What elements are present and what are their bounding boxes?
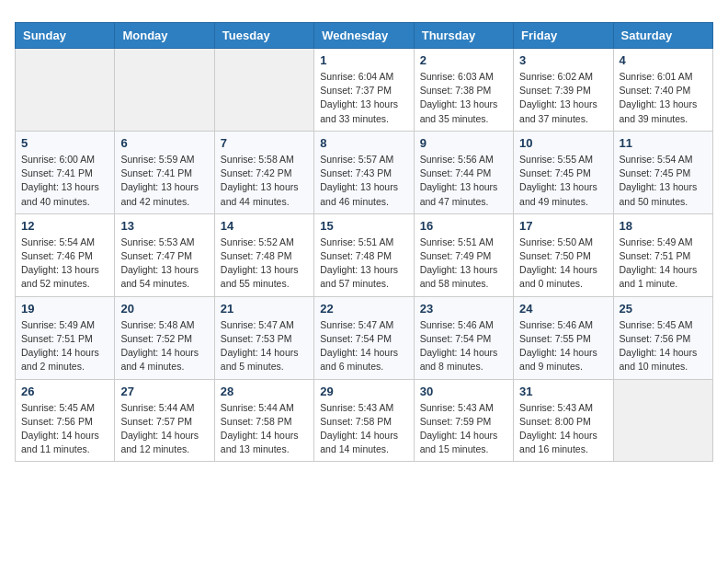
day-number: 13 xyxy=(120,219,208,233)
calendar-cell: 31Sunrise: 5:43 AM Sunset: 8:00 PM Dayli… xyxy=(514,379,613,462)
calendar-cell: 29Sunrise: 5:43 AM Sunset: 7:58 PM Dayli… xyxy=(314,379,414,462)
day-info: Sunrise: 5:57 AM Sunset: 7:43 PM Dayligh… xyxy=(320,153,407,209)
day-number: 11 xyxy=(620,136,707,150)
day-info: Sunrise: 5:45 AM Sunset: 7:56 PM Dayligh… xyxy=(21,401,108,457)
calendar-cell: 26Sunrise: 5:45 AM Sunset: 7:56 PM Dayli… xyxy=(16,379,115,462)
day-number: 9 xyxy=(420,136,507,150)
day-info: Sunrise: 5:44 AM Sunset: 7:57 PM Dayligh… xyxy=(120,401,208,457)
calendar-cell: 6Sunrise: 5:59 AM Sunset: 7:41 PM Daylig… xyxy=(115,131,214,213)
calendar-cell: 28Sunrise: 5:44 AM Sunset: 7:58 PM Dayli… xyxy=(214,379,313,462)
calendar-header-row: SundayMondayTuesdayWednesdayThursdayFrid… xyxy=(16,23,713,49)
day-info: Sunrise: 5:56 AM Sunset: 7:44 PM Dayligh… xyxy=(420,153,507,209)
day-info: Sunrise: 5:51 AM Sunset: 7:48 PM Dayligh… xyxy=(320,236,407,292)
day-number: 10 xyxy=(519,136,607,150)
calendar-cell: 9Sunrise: 5:56 AM Sunset: 7:44 PM Daylig… xyxy=(414,131,513,213)
day-info: Sunrise: 5:52 AM Sunset: 7:48 PM Dayligh… xyxy=(221,236,308,292)
day-number: 26 xyxy=(21,385,108,398)
calendar-cell: 27Sunrise: 5:44 AM Sunset: 7:57 PM Dayli… xyxy=(115,379,214,462)
day-info: Sunrise: 5:48 AM Sunset: 7:52 PM Dayligh… xyxy=(120,318,208,374)
day-number: 1 xyxy=(320,53,407,67)
calendar-table: SundayMondayTuesdayWednesdayThursdayFrid… xyxy=(15,22,713,462)
day-number: 18 xyxy=(620,219,707,233)
calendar-cell: 15Sunrise: 5:51 AM Sunset: 7:48 PM Dayli… xyxy=(314,213,414,296)
calendar-cell: 20Sunrise: 5:48 AM Sunset: 7:52 PM Dayli… xyxy=(115,296,214,379)
day-header-monday: Monday xyxy=(115,23,214,49)
day-number: 12 xyxy=(21,219,108,233)
day-number: 15 xyxy=(320,219,407,233)
day-info: Sunrise: 5:44 AM Sunset: 7:58 PM Dayligh… xyxy=(221,401,308,457)
day-number: 4 xyxy=(620,53,707,67)
day-number: 2 xyxy=(420,53,507,67)
day-info: Sunrise: 5:54 AM Sunset: 7:46 PM Dayligh… xyxy=(21,236,108,292)
calendar-cell: 24Sunrise: 5:46 AM Sunset: 7:55 PM Dayli… xyxy=(514,296,613,379)
day-header-thursday: Thursday xyxy=(414,23,513,49)
day-number: 21 xyxy=(221,302,308,316)
day-number: 16 xyxy=(420,219,507,233)
calendar-week-4: 19Sunrise: 5:49 AM Sunset: 7:51 PM Dayli… xyxy=(16,296,713,379)
calendar-cell: 10Sunrise: 5:55 AM Sunset: 7:45 PM Dayli… xyxy=(514,131,613,213)
calendar-cell xyxy=(613,379,712,462)
day-info: Sunrise: 5:43 AM Sunset: 7:59 PM Dayligh… xyxy=(420,401,507,457)
day-header-saturday: Saturday xyxy=(613,23,712,49)
calendar-cell: 11Sunrise: 5:54 AM Sunset: 7:45 PM Dayli… xyxy=(613,131,712,213)
calendar-cell: 2Sunrise: 6:03 AM Sunset: 7:38 PM Daylig… xyxy=(414,49,513,132)
calendar-cell: 12Sunrise: 5:54 AM Sunset: 7:46 PM Dayli… xyxy=(16,213,115,296)
day-info: Sunrise: 5:58 AM Sunset: 7:42 PM Dayligh… xyxy=(221,153,308,209)
calendar-cell: 8Sunrise: 5:57 AM Sunset: 7:43 PM Daylig… xyxy=(314,131,414,213)
day-number: 7 xyxy=(221,136,308,150)
day-info: Sunrise: 5:43 AM Sunset: 7:58 PM Dayligh… xyxy=(320,401,407,457)
calendar-cell: 14Sunrise: 5:52 AM Sunset: 7:48 PM Dayli… xyxy=(214,213,313,296)
day-number: 19 xyxy=(21,302,108,316)
day-number: 20 xyxy=(120,302,208,316)
day-number: 22 xyxy=(320,302,407,316)
day-number: 5 xyxy=(21,136,108,150)
calendar-cell: 1Sunrise: 6:04 AM Sunset: 7:37 PM Daylig… xyxy=(314,49,414,132)
day-info: Sunrise: 5:49 AM Sunset: 7:51 PM Dayligh… xyxy=(21,318,108,374)
calendar-cell: 23Sunrise: 5:46 AM Sunset: 7:54 PM Dayli… xyxy=(414,296,513,379)
day-number: 23 xyxy=(420,302,507,316)
day-info: Sunrise: 6:03 AM Sunset: 7:38 PM Dayligh… xyxy=(420,70,507,126)
calendar-cell: 25Sunrise: 5:45 AM Sunset: 7:56 PM Dayli… xyxy=(613,296,712,379)
calendar-cell: 3Sunrise: 6:02 AM Sunset: 7:39 PM Daylig… xyxy=(514,49,613,132)
day-number: 8 xyxy=(320,136,407,150)
calendar-cell xyxy=(214,49,313,132)
day-header-friday: Friday xyxy=(514,23,613,49)
day-number: 31 xyxy=(519,385,607,398)
day-info: Sunrise: 5:47 AM Sunset: 7:53 PM Dayligh… xyxy=(221,318,308,374)
day-info: Sunrise: 5:46 AM Sunset: 7:55 PM Dayligh… xyxy=(519,318,607,374)
calendar-week-5: 26Sunrise: 5:45 AM Sunset: 7:56 PM Dayli… xyxy=(16,379,713,462)
calendar-cell: 22Sunrise: 5:47 AM Sunset: 7:54 PM Dayli… xyxy=(314,296,414,379)
day-number: 14 xyxy=(221,219,308,233)
day-number: 3 xyxy=(519,53,607,67)
day-header-wednesday: Wednesday xyxy=(314,23,414,49)
day-number: 6 xyxy=(120,136,208,150)
day-number: 25 xyxy=(620,302,707,316)
calendar-cell xyxy=(115,49,214,132)
calendar-cell: 4Sunrise: 6:01 AM Sunset: 7:40 PM Daylig… xyxy=(613,49,712,132)
calendar-cell xyxy=(16,49,115,132)
calendar-cell: 5Sunrise: 6:00 AM Sunset: 7:41 PM Daylig… xyxy=(16,131,115,213)
day-number: 17 xyxy=(519,219,607,233)
calendar-cell: 17Sunrise: 5:50 AM Sunset: 7:50 PM Dayli… xyxy=(514,213,613,296)
day-number: 30 xyxy=(420,385,507,398)
day-info: Sunrise: 6:02 AM Sunset: 7:39 PM Dayligh… xyxy=(519,70,607,126)
day-number: 29 xyxy=(320,385,407,398)
calendar-week-1: 1Sunrise: 6:04 AM Sunset: 7:37 PM Daylig… xyxy=(16,49,713,132)
day-info: Sunrise: 5:47 AM Sunset: 7:54 PM Dayligh… xyxy=(320,318,407,374)
calendar-cell: 30Sunrise: 5:43 AM Sunset: 7:59 PM Dayli… xyxy=(414,379,513,462)
day-info: Sunrise: 5:45 AM Sunset: 7:56 PM Dayligh… xyxy=(620,318,707,374)
day-header-sunday: Sunday xyxy=(16,23,115,49)
day-info: Sunrise: 6:00 AM Sunset: 7:41 PM Dayligh… xyxy=(21,153,108,209)
day-info: Sunrise: 5:46 AM Sunset: 7:54 PM Dayligh… xyxy=(420,318,507,374)
calendar-week-2: 5Sunrise: 6:00 AM Sunset: 7:41 PM Daylig… xyxy=(16,131,713,213)
day-info: Sunrise: 5:53 AM Sunset: 7:47 PM Dayligh… xyxy=(120,236,208,292)
calendar-cell: 19Sunrise: 5:49 AM Sunset: 7:51 PM Dayli… xyxy=(16,296,115,379)
day-info: Sunrise: 5:51 AM Sunset: 7:49 PM Dayligh… xyxy=(420,236,507,292)
day-info: Sunrise: 5:50 AM Sunset: 7:50 PM Dayligh… xyxy=(519,236,607,292)
calendar-cell: 18Sunrise: 5:49 AM Sunset: 7:51 PM Dayli… xyxy=(613,213,712,296)
calendar-week-3: 12Sunrise: 5:54 AM Sunset: 7:46 PM Dayli… xyxy=(16,213,713,296)
day-info: Sunrise: 6:01 AM Sunset: 7:40 PM Dayligh… xyxy=(620,70,707,126)
day-number: 27 xyxy=(120,385,208,398)
day-number: 24 xyxy=(519,302,607,316)
day-info: Sunrise: 5:55 AM Sunset: 7:45 PM Dayligh… xyxy=(519,153,607,209)
